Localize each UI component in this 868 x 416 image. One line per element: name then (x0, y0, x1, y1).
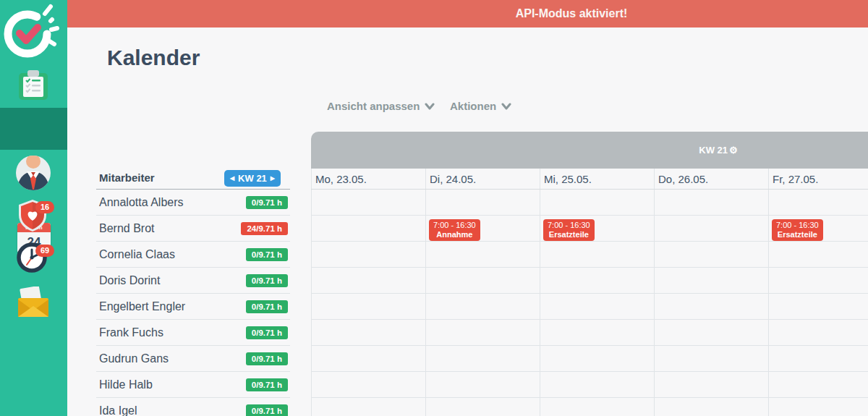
sidebar-item-absences[interactable] (0, 198, 67, 234)
person-avatar-icon (15, 155, 51, 191)
employee-row[interactable]: Engelbert Engler0/9.71 h (96, 294, 290, 320)
ansicht-anpassen-dropdown[interactable]: Ansicht anpassen (327, 100, 435, 112)
shift-time: 7:00 - 16:30 (433, 221, 476, 230)
gear-icon[interactable]: ⚙ (729, 132, 738, 169)
employee-row[interactable]: Hilde Halb0/9.71 h (96, 372, 290, 398)
clock-notification-badge[interactable]: 69 (35, 245, 54, 257)
envelope-icon (17, 286, 50, 318)
prev-week-icon[interactable]: ◀ (230, 170, 234, 187)
employee-name: Bernd Brot (99, 216, 154, 241)
roster-title: Mitarbeiter (99, 169, 155, 187)
hours-badge: 0/9.71 h (246, 248, 288, 261)
week-label: KW 21 (699, 132, 728, 169)
shield-notification-badge[interactable]: 16 (35, 201, 54, 213)
day-header: Mi, 25.05. (544, 169, 592, 190)
sidebar-item-messages[interactable] (0, 286, 67, 323)
api-mode-banner: API-Modus aktiviert! (67, 0, 868, 27)
hours-badge: 0/9.71 h (246, 404, 288, 416)
sidebar-item-time-tracking[interactable] (0, 242, 67, 278)
employee-name: Frank Fuchs (99, 320, 163, 345)
app-logo[interactable] (0, 2, 67, 66)
hours-badge: 0/9.71 h (246, 300, 288, 313)
employee-row[interactable]: Annalotta Albers0/9.71 h (96, 190, 290, 216)
ansicht-anpassen-label: Ansicht anpassen (327, 100, 420, 112)
week-switcher-button[interactable]: ◀ KW 21 ▶ (224, 170, 281, 187)
shift-time: 7:00 - 16:30 (548, 221, 590, 230)
employee-row[interactable]: Cornelia Claas0/9.71 h (96, 242, 290, 268)
employee-name: Doris Dorint (99, 268, 160, 293)
employee-name: Ida Igel (99, 398, 137, 416)
clipboard-icon (17, 69, 50, 101)
aktionen-label: Aktionen (450, 100, 496, 112)
sidebar-item-calendar[interactable]: March 24 (0, 108, 67, 150)
next-week-icon[interactable]: ▶ (271, 170, 275, 187)
chevron-down-icon (501, 102, 511, 111)
employee-name: Engelbert Engler (99, 294, 185, 319)
hours-badge: 0/9.71 h (246, 326, 288, 339)
week-switcher-label: KW 21 (238, 173, 267, 184)
day-header: Mo, 23.05. (315, 169, 367, 190)
week-settings[interactable]: KW 21 ⚙ (699, 132, 737, 169)
sidebar-item-employees[interactable] (0, 155, 67, 192)
day-header: Fr, 27.05. (773, 169, 818, 190)
shift-label: Annahme (433, 230, 476, 239)
calendar-grid[interactable]: 7:00 - 16:30Annahme7:00 - 16:30Ersatztei… (311, 190, 868, 416)
hours-badge: 0/9.71 h (246, 352, 288, 365)
day-header-row: Mo, 23.05.Di, 24.05.Mi, 25.05.Do, 26.05.… (311, 169, 868, 190)
sidebar: March 24 (0, 0, 67, 416)
clock-check-logo-icon (0, 2, 62, 64)
chevron-down-icon (425, 102, 435, 111)
banner-text: API-Modus aktiviert! (516, 0, 628, 27)
employee-name: Hilde Halb (99, 372, 153, 397)
employee-name: Gudrun Gans (99, 346, 169, 371)
hours-badge: 24/9.71 h (241, 222, 288, 235)
employee-name: Cornelia Claas (99, 242, 175, 267)
shift-event[interactable]: 7:00 - 16:30Ersatzteile (772, 219, 823, 241)
hours-badge: 0/9.71 h (246, 274, 288, 287)
calendar-page: API-Modus aktiviert! (0, 0, 868, 416)
employee-row[interactable]: Ida Igel0/9.71 h (96, 398, 290, 416)
page-title: Kalender (107, 46, 200, 70)
aktionen-dropdown[interactable]: Aktionen (450, 100, 511, 112)
shift-event[interactable]: 7:00 - 16:30Ersatzteile (543, 219, 595, 241)
employee-row[interactable]: Gudrun Gans0/9.71 h (96, 346, 290, 372)
shift-label: Ersatzteile (776, 230, 819, 239)
hours-badge: 0/9.71 h (246, 196, 288, 209)
shift-label: Ersatzteile (548, 230, 590, 239)
sidebar-item-tasks[interactable] (0, 69, 67, 106)
shift-time: 7:00 - 16:30 (776, 221, 819, 230)
week-header-bar: KW 21 ⚙ (311, 132, 868, 169)
hours-badge: 0/9.71 h (246, 378, 288, 391)
roster-header: Mitarbeiter ◀ KW 21 ▶ (96, 169, 290, 190)
shift-event[interactable]: 7:00 - 16:30Annahme (429, 219, 480, 241)
day-header: Di, 24.05. (430, 169, 476, 190)
employee-row[interactable]: Frank Fuchs0/9.71 h (96, 320, 290, 346)
employee-row[interactable]: Bernd Brot24/9.71 h (96, 216, 290, 242)
employee-list: Annalotta Albers0/9.71 hBernd Brot24/9.7… (96, 190, 290, 416)
employee-row[interactable]: Doris Dorint0/9.71 h (96, 268, 290, 294)
employee-name: Annalotta Albers (99, 190, 184, 215)
day-header: Do, 26.05. (658, 169, 708, 190)
